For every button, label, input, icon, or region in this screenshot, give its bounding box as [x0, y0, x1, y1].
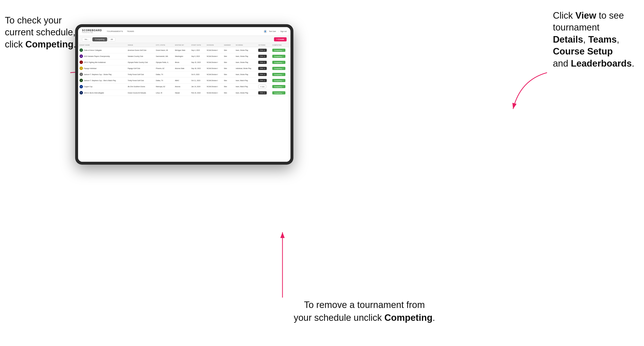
sign-out-link[interactable]: Sign out: [280, 30, 286, 32]
hosted-by-cell: Illinois: [173, 59, 190, 65]
actions-cell: View ⊙: [257, 59, 271, 65]
tab-home[interactable]: Ho...: [82, 37, 92, 41]
view-button[interactable]: View ⊙: [258, 91, 267, 94]
table-row: A Copper Cup Ak-Chin Southern DunesMaric…: [78, 84, 290, 90]
venue-cell: Ak-Chin Southern Dunes: [126, 84, 154, 90]
scoring-cell: team, Stroke Play: [234, 59, 257, 65]
scoring-cell: team, Stroke Play: [234, 47, 257, 53]
scoring-cell: team, Stroke Play: [234, 53, 257, 59]
competing-button[interactable]: Competing ✓: [272, 61, 286, 64]
division-cell: NCAA Division I: [205, 53, 222, 59]
nav-teams[interactable]: TEAMS: [127, 30, 134, 32]
event-name: 2023 Sahalee Players Championship: [84, 55, 110, 57]
hosted-by-cell: ABAC: [173, 77, 190, 84]
division-cell: NCAA Division I: [205, 59, 222, 65]
tournaments-table: EVENT NAME VENUE CITY, STATE HOSTED BY S…: [78, 43, 290, 96]
hosted-by-cell: [173, 71, 190, 77]
view-button[interactable]: View ⊙: [258, 55, 267, 58]
filter-tabs: Ho... Competing All: [82, 37, 116, 41]
team-logo: A: [80, 85, 83, 88]
col-venue: VENUE: [126, 43, 154, 47]
tab-all[interactable]: All: [108, 37, 116, 41]
gender-cell: Men: [222, 71, 234, 77]
city-state-cell: Maricopa, AZ: [154, 84, 174, 90]
table-row: H John A. Burns Intercollegiate Ocean Co…: [78, 90, 290, 96]
event-name: John A. Burns Intercollegiate: [84, 92, 104, 94]
event-name: Papago Individual: [84, 68, 96, 69]
table-container: EVENT NAME VENUE CITY, STATE HOSTED BY S…: [78, 43, 290, 162]
table-row: J Jackson T. Stephens Cup – Men's Match …: [78, 77, 290, 84]
city-state-cell: Sammamish, WA: [154, 53, 174, 59]
gender-cell: Men: [222, 65, 234, 71]
gender-cell: Men: [222, 84, 234, 90]
tablet-frame: SCOREBOARD Powered by clipp TOURNAMENTS …: [75, 24, 294, 165]
arrow-right-top: [501, 70, 550, 119]
division-cell: NCAA Division I: [205, 77, 222, 84]
start-date-cell: Sep 15, 2023: [190, 59, 205, 65]
tab-competing[interactable]: Competing: [92, 37, 107, 41]
competing-cell: Competing ✓: [271, 59, 290, 65]
filter-bar: Ho... Competing All + Create: [78, 36, 290, 43]
division-cell: NCAA Division I: [205, 84, 222, 90]
start-date-cell: Sep 18, 2023: [190, 65, 205, 71]
competing-cell: Competing ✓: [271, 47, 290, 53]
gender-cell: Men: [222, 47, 234, 53]
col-hosted-by: HOSTED BY: [173, 43, 190, 47]
team-logo: W: [80, 54, 83, 58]
actions-cell: View ⊙: [257, 65, 271, 71]
city-state-cell: Dallas, TX: [154, 77, 174, 84]
team-logo: H: [80, 91, 83, 94]
competing-cell: Competing ✓: [271, 77, 290, 84]
scoring-cell: individual, Stroke Play: [234, 65, 257, 71]
competing-cell: Competing ✓: [271, 71, 290, 77]
city-state-cell: Dallas, TX: [154, 71, 174, 77]
col-gender: GENDER: [222, 43, 234, 47]
competing-button[interactable]: Competing ✓: [272, 49, 286, 52]
event-name-cell: J Jackson T. Stephens Cup – Men's Match …: [78, 77, 126, 84]
competing-cell: Competing ✓: [271, 65, 290, 71]
venue-cell: Olympia Fields Country Club: [126, 59, 154, 65]
view-button[interactable]: View ⊙: [258, 73, 267, 76]
venue-cell: Trinity Forest Golf Club: [126, 71, 154, 77]
division-cell: NCAA Division I: [205, 71, 222, 77]
create-button[interactable]: + Create: [274, 37, 286, 41]
venue-cell: Trinity Forest Golf Club: [126, 77, 154, 84]
scoring-cell: team, Match Play: [234, 84, 257, 90]
table-row: J Jackson T. Stephens Cup – Stroke Play …: [78, 71, 290, 77]
competing-button[interactable]: Competing ✓: [272, 91, 286, 94]
event-name: Copper Cup: [84, 86, 92, 87]
table-row: I OFCC Fighting Illini Invitational Olym…: [78, 59, 290, 65]
division-cell: NCAA Division I: [205, 90, 222, 96]
event-name-cell: H John A. Burns Intercollegiate: [78, 90, 126, 96]
scoring-cell: team, Stroke Play: [234, 90, 257, 96]
gender-cell: Men: [222, 59, 234, 65]
competing-button[interactable]: Competing ✓: [272, 79, 286, 82]
competing-button[interactable]: Competing ✓: [272, 67, 286, 70]
competing-button[interactable]: Competing ✓: [272, 73, 286, 76]
hosted-by-cell: Hawaii: [173, 90, 190, 96]
competing-cell: Competing ✓: [271, 84, 290, 90]
logo-sub: Powered by clipp: [82, 32, 102, 33]
navbar: SCOREBOARD Powered by clipp TOURNAMENTS …: [78, 27, 290, 36]
city-state-cell: Grand Haven, MI: [154, 47, 174, 53]
col-division: DIVISION: [205, 43, 222, 47]
competing-button[interactable]: Competing ✓: [272, 55, 286, 58]
view-button[interactable]: View ⊙: [258, 49, 267, 52]
view-button[interactable]: View ⊙: [258, 61, 267, 64]
competing-cell: Competing ✓: [271, 90, 290, 96]
annotation-top-right: Click View to see tournament Details, Te…: [553, 10, 634, 69]
table-header-row: EVENT NAME VENUE CITY, STATE HOSTED BY S…: [78, 43, 290, 47]
event-name: OFCC Fighting Illini Invitational: [84, 61, 106, 63]
nav-links: TOURNAMENTS TEAMS: [107, 30, 264, 32]
gender-cell: Men: [222, 90, 234, 96]
logo-title: SCOREBOARD: [82, 29, 102, 32]
hosted-by-cell: Arizona: [173, 84, 190, 90]
event-name: Jackson T. Stephens Cup – Stroke Play: [84, 74, 112, 75]
tablet-screen: SCOREBOARD Powered by clipp TOURNAMENTS …: [78, 27, 290, 162]
nav-tournaments[interactable]: TOURNAMENTS: [107, 30, 123, 32]
edit-button[interactable]: ✏ Edit: [258, 85, 266, 88]
view-button[interactable]: View ⊙: [258, 79, 267, 82]
city-state-cell: Lihue, HI: [154, 90, 174, 96]
view-button[interactable]: View ⊙: [258, 67, 267, 70]
competing-button[interactable]: Competing ✓: [272, 85, 286, 88]
